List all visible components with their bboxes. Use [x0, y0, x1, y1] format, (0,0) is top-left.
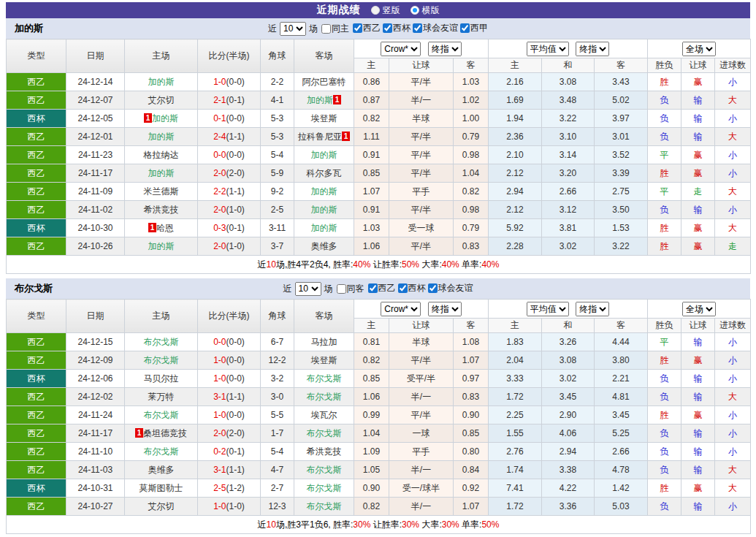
match-row: 西乙 24-12-09 布尔戈斯 1-0(0-0) 12-2 埃登斯 0.82 … [7, 351, 751, 370]
layout-radio-horizontal[interactable]: 横版 [411, 4, 440, 17]
match-row: 西乙 24-12-07 艾尔切 2-1(0-1) 4-1 加的斯1 0.87 半… [7, 91, 751, 110]
match-row: 西杯 24-10-31 莫斯图勒士 2-5(1-2) 2-7 布尔戈斯 0.90… [7, 479, 751, 498]
league-type-badge: 西乙 [7, 406, 66, 424]
league-type-badge: 西乙 [7, 333, 66, 351]
league-filter-checkbox[interactable]: 西杯 [383, 22, 411, 34]
handicap-home-odds: 1.04 [354, 424, 389, 443]
fulltime-score: 2-0 [213, 205, 226, 215]
league-filter-checkbox[interactable]: 西乙 [353, 22, 381, 34]
handicap-line: 平/半 [389, 164, 454, 183]
corners: 3-0 [261, 388, 294, 406]
result-outcome: 负 [648, 461, 681, 479]
same-venue-checkbox[interactable]: 同客 [337, 283, 364, 295]
avg-away-odds: 3.80 [595, 351, 648, 370]
odds-stage-select[interactable]: 终指 [428, 42, 462, 56]
home-team-text: 奥维多 [148, 465, 175, 475]
league-type-badge: 西乙 [7, 237, 66, 256]
handicap-home-odds: 0.82 [354, 351, 389, 370]
away-team-text: 加的斯 [311, 150, 337, 160]
handicap-outcome: 赢 [681, 219, 715, 237]
halftime-score: (2-0) [226, 168, 245, 178]
score: 3-1(1-1) [198, 388, 261, 406]
handicap-line: 受平/半 [389, 370, 454, 388]
same-venue-checkbox[interactable]: 同主 [321, 23, 349, 35]
match-count-select[interactable]: 10 [280, 22, 306, 36]
handicap-away-odds: 0.79 [454, 128, 489, 146]
league-type-badge: 西乙 [7, 498, 66, 516]
goals-outcome: 小 [715, 424, 751, 443]
league-type-badge: 西乙 [7, 461, 66, 479]
match-row: 西乙 24-11-10 布尔戈斯 0-2(0-1) 5-4 希洪竞技 1.09 … [7, 443, 751, 461]
halftime-score: (0-0) [226, 337, 245, 347]
layout-radio-vertical[interactable]: 竖版 [371, 4, 400, 17]
home-team-text: 米兰德斯 [144, 186, 179, 197]
odds-stage-select[interactable]: 终指 [428, 302, 462, 316]
goals-outcome: 小 [715, 351, 751, 370]
away-team: 加的斯 [294, 219, 354, 237]
bookmaker-select[interactable]: Crow* [381, 302, 421, 316]
avg-draw-odds: 3.12 [542, 201, 595, 219]
league-type-badge: 西乙 [7, 443, 66, 461]
avg-draw-odds: 2.66 [542, 183, 595, 201]
fulltime-score: 3-1 [213, 465, 226, 475]
league-filter-checkbox[interactable]: 西杯 [398, 282, 426, 294]
away-team: 布尔戈斯 [294, 461, 354, 479]
handicap-away-odds: 0.80 [454, 443, 489, 461]
avg-away-odds: 1.53 [595, 219, 648, 237]
league-filter-checkbox[interactable]: 球会友谊 [413, 22, 458, 34]
score: 0-0(0-0) [198, 333, 261, 351]
handicap-away-odds: 0.92 [454, 479, 489, 498]
avg-away-odds: 4.81 [595, 388, 648, 406]
home-team: 加的斯 [125, 237, 198, 256]
col-handicap-away: 客 [454, 58, 489, 73]
league-type-badge: 西乙 [7, 73, 66, 91]
corners: 5-3 [261, 128, 294, 146]
bookmaker-select[interactable]: Crow* [381, 42, 421, 56]
avg-away-odds: 1.42 [595, 479, 648, 498]
halftime-score: (2-0) [226, 428, 245, 438]
away-team-text: 布尔戈斯 [307, 501, 342, 511]
fulltime-select[interactable]: 全场 [682, 42, 716, 56]
avg-away-odds: 2.21 [595, 370, 648, 388]
league-type-badge: 西乙 [7, 91, 66, 110]
avg-home-odds: 2.16 [489, 73, 542, 91]
filter-bar-team2: 布尔戈斯 近 10 场 同客 西乙西杯球会友谊 [6, 278, 750, 299]
handicap-away-odds: 0.98 [454, 146, 489, 164]
league-filter-checkbox[interactable]: 球会友谊 [428, 282, 473, 294]
odds-stage-select-2[interactable]: 终指 [576, 42, 609, 56]
fulltime-score: 0-0 [213, 150, 226, 160]
handicap-home-odds: 1.06 [354, 388, 389, 406]
league-filter-checkbox[interactable]: 西乙 [368, 282, 396, 294]
league-filters: 西乙西杯球会友谊西甲 [351, 22, 488, 35]
fulltime-score: 1-0 [213, 355, 226, 365]
odds-stage-select-2[interactable]: 终指 [576, 302, 609, 316]
match-row: 西杯 24-12-05 1加的斯 0-1(0-0) 5-3 埃登斯 0.82 半… [7, 110, 751, 128]
col-handicap-home: 主 [354, 58, 389, 73]
away-team-text: 马拉加 [311, 337, 337, 347]
away-team: 加的斯1 [294, 91, 354, 110]
league-filter-checkbox[interactable]: 西甲 [460, 22, 488, 34]
avg-home-odds: 1.55 [489, 424, 542, 443]
handicap-away-odds: 1.04 [454, 164, 489, 183]
fulltime-select[interactable]: 全场 [682, 302, 716, 316]
avg-home-odds: 5.92 [489, 219, 542, 237]
match-row: 西乙 24-11-17 1桑坦德竞技 2-0(2-0) 1-7 布尔戈斯 1.0… [7, 424, 751, 443]
match-date: 24-11-10 [66, 443, 125, 461]
handicap-outcome: 输 [681, 128, 715, 146]
goals-outcome: 小 [715, 73, 751, 91]
average-select[interactable]: 平均值 [527, 302, 569, 316]
near-label: 近 [268, 23, 277, 35]
handicap-home-odds: 1.03 [354, 219, 389, 237]
match-count-select[interactable]: 10 [295, 282, 321, 296]
col-avg-draw: 和 [542, 58, 595, 73]
league-type-badge: 西乙 [7, 424, 66, 443]
home-team: 布尔戈斯 [125, 351, 198, 370]
match-date: 24-11-23 [66, 146, 125, 164]
handicap-line: 平/半 [389, 237, 454, 256]
handicap-line: 平手 [389, 443, 454, 461]
avg-home-odds: 3.33 [489, 370, 542, 388]
handicap-away-odds: 1.07 [454, 351, 489, 370]
handicap-outcome: 输 [681, 498, 715, 516]
average-select[interactable]: 平均值 [527, 42, 569, 56]
handicap-home-odds: 0.82 [354, 110, 389, 128]
